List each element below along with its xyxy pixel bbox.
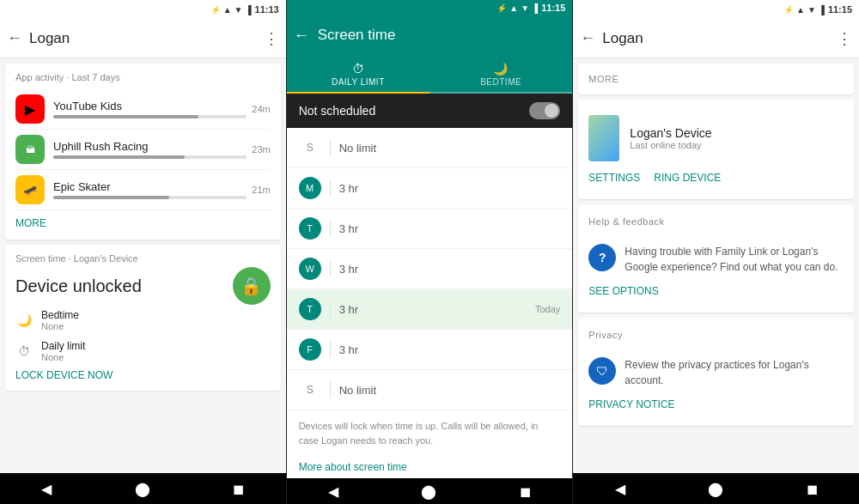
status-bar-1: ⚡ ▲ ▼ ▐ 11:13 xyxy=(0,0,286,19)
app-time-uphill: 23m xyxy=(252,144,270,155)
page-title-3: Logan xyxy=(602,30,837,47)
day-limit-sun1: No limit xyxy=(339,142,561,155)
daily-limit-val: None xyxy=(41,352,85,362)
device-unlocked-row: Device unlocked 🔒 xyxy=(15,267,271,305)
status-bar-3: ⚡ ▲ ▼ ▐ 11:15 xyxy=(573,0,859,19)
screen-time-section-label: Screen time · Logan's Device xyxy=(15,253,271,264)
device-actions: SETTINGS RING DEVICE xyxy=(588,168,844,191)
skater-icon: 🛹 xyxy=(15,175,45,204)
nav-bar-1: ◀ ⬤ ◼ xyxy=(0,473,286,504)
screen-time-title: Screen time xyxy=(318,27,566,44)
day-circle-mon: M xyxy=(299,177,321,199)
tab-daily-limit[interactable]: ⏱ DAILY LIMIT xyxy=(287,55,430,92)
wifi-icon-2: ▼ xyxy=(521,3,529,13)
today-label: Today xyxy=(535,304,560,314)
day-row-sun1[interactable]: S No limit xyxy=(287,128,573,168)
day-row-sat[interactable]: S No limit xyxy=(287,370,573,410)
nav-home-3[interactable]: ⬤ xyxy=(708,481,723,497)
see-options-link[interactable]: SEE OPTIONS xyxy=(588,282,844,304)
bedtime-label: Bedtime xyxy=(41,309,79,321)
nav-home-2[interactable]: ⬤ xyxy=(421,483,436,500)
privacy-notice-link[interactable]: PRIVACY NOTICE xyxy=(588,395,844,417)
day-row-thu[interactable]: T 3 hr Today xyxy=(287,289,573,330)
more-menu-button-3[interactable]: ⋮ xyxy=(837,29,852,48)
help-icon: ? xyxy=(588,244,616,271)
device-unlocked-text: Device unlocked xyxy=(15,276,142,296)
help-feedback-card: Help & feedback ? Having trouble with Fa… xyxy=(578,204,854,313)
app-bar-wrap-uphill xyxy=(53,155,247,159)
app-bar-youtube xyxy=(53,115,198,118)
privacy-section-label: Privacy xyxy=(588,326,844,343)
device-status: Last online today xyxy=(630,140,711,150)
app-row-uphill[interactable]: 🏔 Uphill Rush Racing 23m xyxy=(15,130,271,170)
top-bar-3: ← Logan ⋮ xyxy=(573,19,859,58)
back-button-2[interactable]: ← xyxy=(294,27,309,45)
app-row-skater[interactable]: 🛹 Epic Skater 21m xyxy=(15,170,271,210)
day-circle-fri: F xyxy=(299,338,321,361)
bedtime-icon: 🌙 xyxy=(15,313,33,327)
status-time-3: 11:15 xyxy=(828,4,852,15)
panel-3-content: MORE Logan's Device Last online today SE… xyxy=(573,58,859,473)
not-scheduled-toggle[interactable] xyxy=(529,102,560,119)
help-row: ? Having trouble with Family Link or Log… xyxy=(588,237,844,282)
day-row-fri[interactable]: F 3 hr xyxy=(287,330,573,370)
more-link-apps[interactable]: MORE xyxy=(15,210,271,231)
nav-back-1[interactable]: ◀ xyxy=(41,481,52,497)
bedtime-val: None xyxy=(41,321,79,331)
app-bar-skater xyxy=(53,196,169,199)
footer-text: Devices will lock when time is up. Calls… xyxy=(287,410,573,456)
app-bar-wrap-skater xyxy=(53,196,247,199)
day-circle-thu: T xyxy=(299,298,321,320)
privacy-icon: 🛡 xyxy=(588,357,616,385)
status-time-1: 11:13 xyxy=(255,4,279,15)
bedtime-row: 🌙 Bedtime None xyxy=(15,305,271,336)
status-icons-2: ⚡ ▲ ▼ ▐ xyxy=(497,3,538,13)
day-circle-tue: T xyxy=(299,217,321,240)
day-row-wed[interactable]: W 3 hr xyxy=(287,249,573,289)
panel-2: ⚡ ▲ ▼ ▐ 11:15 ← Screen time ⏱ DAILY LIMI… xyxy=(287,0,574,504)
teal-header: ← Screen time ⏱ DAILY LIMIT 🌙 BEDTIME xyxy=(287,15,573,94)
ring-device-link[interactable]: RING DEVICE xyxy=(654,172,721,184)
bluetooth-icon-2: ⚡ xyxy=(497,3,507,13)
app-bar-wrap-youtube xyxy=(53,115,247,118)
uphill-icon: 🏔 xyxy=(15,135,45,164)
more-section-header: MORE xyxy=(588,70,844,88)
day-circle-sat: S xyxy=(299,379,321,401)
nav-recents-1[interactable]: ◼ xyxy=(233,481,244,497)
back-button-1[interactable]: ← xyxy=(7,29,22,47)
device-card: Logan's Device Last online today SETTING… xyxy=(578,100,854,199)
device-details: Logan's Device Last online today xyxy=(630,126,711,150)
app-row-youtube[interactable]: ▶ YouTube Kids 24m xyxy=(15,89,271,130)
day-row-tue[interactable]: T 3 hr xyxy=(287,209,573,249)
tab-bedtime[interactable]: 🌙 BEDTIME xyxy=(430,55,572,92)
daily-limit-label: Daily limit xyxy=(41,340,85,352)
day-row-mon[interactable]: M 3 hr xyxy=(287,168,573,209)
bluetooth-icon: ⚡ xyxy=(210,5,221,15)
tab-daily-label: DAILY LIMIT xyxy=(332,77,385,87)
nav-bar-2: ◀ ⬤ ◼ xyxy=(287,478,573,504)
app-info-uphill: Uphill Rush Racing xyxy=(53,140,247,159)
more-menu-button-1[interactable]: ⋮ xyxy=(264,29,279,48)
nav-recents-3[interactable]: ◼ xyxy=(807,481,818,497)
youtube-icon: ▶ xyxy=(15,94,45,124)
battery-icon-3: ▐ xyxy=(819,5,825,15)
not-scheduled-bar: Not scheduled xyxy=(287,94,573,128)
device-image xyxy=(588,115,619,161)
nav-back-3[interactable]: ◀ xyxy=(615,481,625,497)
lock-device-button[interactable]: LOCK DEVICE NOW xyxy=(15,366,113,381)
more-section: MORE xyxy=(578,64,854,94)
app-activity-label: App activity · Last 7 days xyxy=(15,72,271,82)
day-divider-thu xyxy=(330,301,331,318)
more-about-link[interactable]: More about screen time xyxy=(287,456,573,478)
nav-back-2[interactable]: ◀ xyxy=(328,483,338,500)
status-icons-3: ⚡ ▲ ▼ ▐ xyxy=(783,5,825,15)
day-limit-thu: 3 hr xyxy=(339,303,535,316)
app-bar-uphill xyxy=(53,155,185,159)
back-button-3[interactable]: ← xyxy=(580,29,595,47)
daily-limit-row: ⏱ Daily limit None xyxy=(15,336,271,367)
app-activity-card: App activity · Last 7 days ▶ YouTube Kid… xyxy=(5,64,281,240)
nav-home-1[interactable]: ⬤ xyxy=(135,481,150,497)
nav-recents-2[interactable]: ◼ xyxy=(520,483,531,500)
top-bar-1: ← Logan ⋮ xyxy=(0,19,286,58)
settings-link[interactable]: SETTINGS xyxy=(588,172,640,184)
